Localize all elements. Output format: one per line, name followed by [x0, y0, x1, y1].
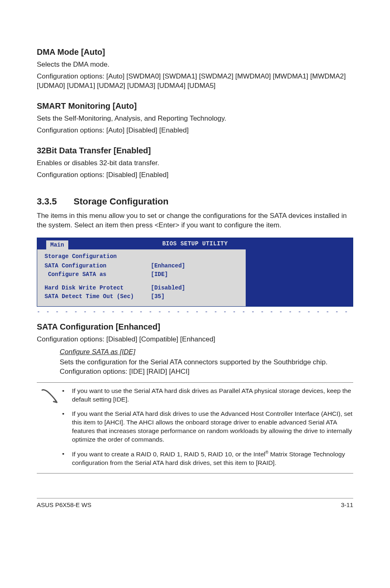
bios-label: SATA Detect Time Out (Sec) [45, 293, 151, 301]
bullet-icon: • [62, 410, 72, 444]
note-item: • If you want to use the Serial ATA hard… [62, 387, 353, 404]
bios-value: [35] [151, 293, 165, 301]
bios-title-bar: BIOS SETUP UTILITY Main [37, 238, 353, 249]
note-text-1: If you want to use the Serial ATA hard d… [72, 387, 353, 404]
text-dma-line2: Configuration options: [Auto] [SWDMA0] [… [37, 72, 353, 91]
dash-separator: - - - - - - - - - - - - - - - - - - - - … [37, 308, 353, 316]
bios-left-panel: Storage Configuration SATA Configuration… [37, 249, 246, 306]
note-text-2: If you want the Serial ATA hard disk dri… [72, 410, 353, 444]
heading-storage-config: 3.3.5Storage Configuration [37, 195, 353, 208]
bios-value: [Disabled] [151, 284, 185, 292]
text-sata-conf-line1: Configuration options: [Disabled] [Compa… [37, 335, 353, 344]
bios-setup-box: BIOS SETUP UTILITY Main Storage Configur… [37, 238, 353, 306]
bios-value: [Enhanced] [151, 262, 185, 270]
text-storage-intro: The items in this menu allow you to set … [37, 211, 353, 230]
bios-row: SATA Configuration [Enhanced] [45, 262, 238, 270]
note-list: • If you want to use the Serial ATA hard… [62, 387, 353, 467]
bios-row: SATA Detect Time Out (Sec) [35] [45, 293, 238, 301]
section-number: 3.3.5 [37, 195, 74, 208]
subhead-configure-sata: Configure SATA as [IDE] [60, 348, 353, 357]
heading-sata-config: SATA Configuration [Enhanced] [37, 321, 353, 332]
note-icon [37, 387, 62, 467]
bios-row: Hard Disk Write Protect [Disabled] [45, 284, 238, 292]
text-32bit-line2: Configuration options: [Disabled] [Enabl… [37, 171, 353, 180]
configure-sata-block: Configure SATA as [IDE] Sets the configu… [37, 348, 353, 377]
text-smart-line1: Sets the Self-Monitoring, Analysis, and … [37, 114, 353, 123]
text-configure-sata-body: Sets the configuration for the Serial AT… [60, 358, 353, 377]
bullet-icon: • [62, 450, 72, 467]
note-item: • If you want the Serial ATA hard disk d… [62, 410, 353, 444]
text-smart-line2: Configuration options: [Auto] [Disabled]… [37, 126, 353, 135]
heading-dma-mode: DMA Mode [Auto] [37, 47, 353, 58]
bios-row: Configure SATA as [IDE] [45, 271, 238, 278]
footer-right: 3-11 [341, 501, 353, 509]
page-footer: ASUS P6X58-E WS 3-11 [37, 498, 353, 509]
bios-value: [IDE] [151, 271, 168, 278]
bios-group-title: Storage Configuration [45, 253, 238, 260]
text-32bit-line1: Enables or disables 32-bit data transfer… [37, 159, 353, 168]
bios-label: Configure SATA as [45, 271, 151, 278]
bios-label: SATA Configuration [45, 262, 151, 270]
heading-32bit: 32Bit Data Transfer [Enabled] [37, 145, 353, 156]
note-text-3: If you want to create a RAID 0, RAID 1, … [72, 450, 353, 467]
footer-left: ASUS P6X58-E WS [37, 501, 91, 509]
section-title: Storage Configuration [74, 196, 168, 206]
bios-label: Hard Disk Write Protect [45, 284, 151, 292]
bullet-icon: • [62, 387, 72, 404]
bios-right-panel [246, 249, 353, 306]
bios-body: Storage Configuration SATA Configuration… [37, 249, 353, 306]
bios-utility-title: BIOS SETUP UTILITY [37, 238, 353, 249]
heading-smart: SMART Monitoring [Auto] [37, 101, 353, 112]
note-item: • If you want to create a RAID 0, RAID 1… [62, 450, 353, 467]
text-dma-line1: Selects the DMA mode. [37, 60, 353, 70]
bios-tab-main: Main [46, 240, 68, 249]
note-box: • If you want to use the Serial ATA hard… [37, 382, 353, 474]
